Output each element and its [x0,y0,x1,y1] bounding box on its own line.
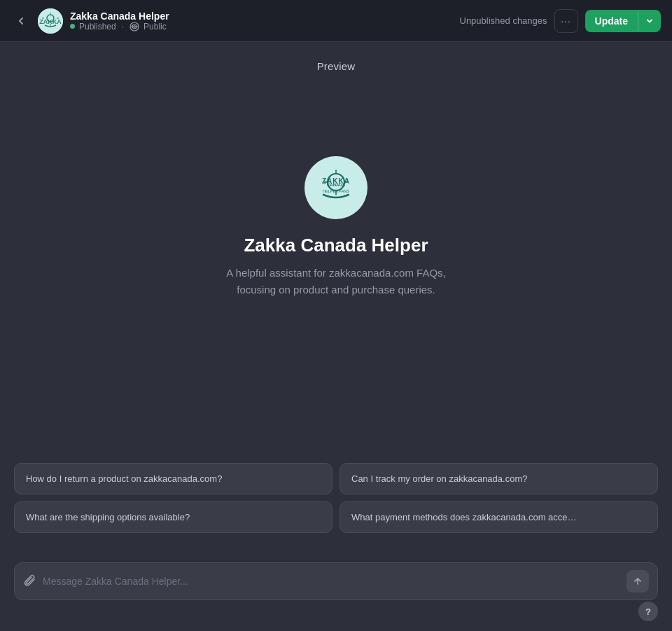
public-label: Public [144,22,167,32]
svg-text:CANADA: CANADA [327,183,346,187]
update-button[interactable]: Update [585,10,661,32]
help-button[interactable]: ? [638,602,658,621]
message-bar [14,562,658,600]
separator: · [122,22,124,32]
suggestions-container: How do I return a product on zakkacanada… [0,463,672,533]
app-title: Zakka Canada Helper [70,11,169,22]
preview-label: Preview [0,42,672,72]
svg-point-6 [308,160,364,216]
send-button[interactable] [626,570,649,592]
suggestion-chip-2[interactable]: What are the shipping options available? [14,501,332,533]
suggestion-chip-1[interactable]: Can I track my order on zakkacanada.com? [340,463,658,494]
published-dot [70,24,75,29]
app-info: Zakka Canada Helper Published · Public [70,11,169,32]
avatar: ZAKKA [38,8,63,34]
header: ZAKKA Zakka Canada Helper Published · Pu… [0,0,672,42]
update-label: Update [585,10,638,32]
public-icon [130,22,139,32]
unpublished-changes: Unpublished changes [460,15,547,26]
attach-icon[interactable] [23,574,36,590]
update-chevron-icon[interactable] [638,11,661,31]
app-status-row: Published · Public [70,22,169,32]
header-left: ZAKKA Zakka Canada Helper Published · Pu… [11,8,169,34]
bot-content: ZAKKA HELPER FANS CANADA Zakka Canada He… [0,72,672,298]
header-right: Unpublished changes ··· Update [460,9,662,33]
suggestion-chip-3[interactable]: What payment methods does zakkacanada.co… [340,501,658,533]
bot-title: Zakka Canada Helper [244,235,428,256]
published-label: Published [79,22,116,32]
more-button[interactable]: ··· [554,9,578,33]
main-content: Preview ZAKKA HELPER FANS CANADA Zakka C… [0,42,672,631]
svg-text:HELPER  FANS: HELPER FANS [323,189,349,193]
suggestion-chip-0[interactable]: How do I return a product on zakkacanada… [14,463,332,494]
bot-avatar: ZAKKA HELPER FANS CANADA [304,156,368,219]
message-input[interactable] [43,576,620,587]
bot-description: A helpful assistant for zakkacanada.com … [226,265,446,298]
back-button[interactable] [11,11,31,31]
